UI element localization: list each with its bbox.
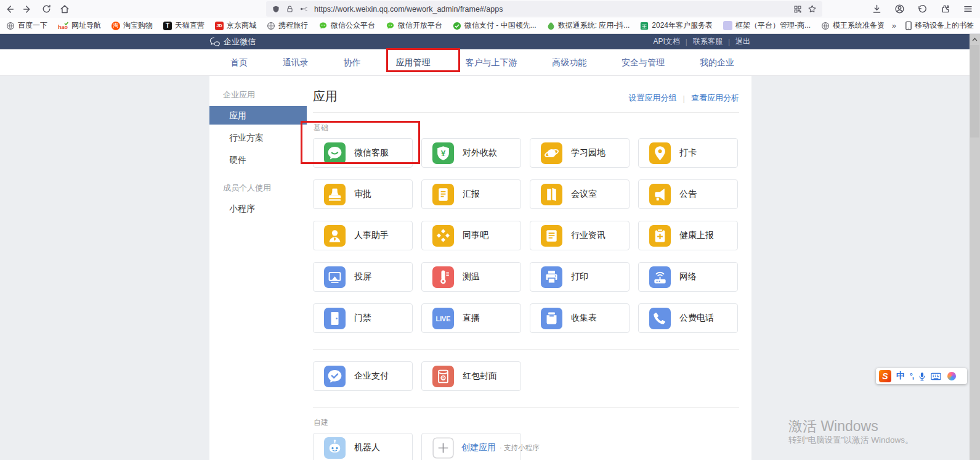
app-tile-健康上报[interactable]: 健康上报	[638, 221, 738, 250]
navbar-links: API文档 | 联系客服 | 退出	[653, 34, 750, 49]
qr-code-icon[interactable]	[793, 5, 802, 14]
bookmark-item[interactable]: JD京东商城	[215, 20, 256, 31]
sogou-logo-icon[interactable]: S	[879, 370, 891, 382]
app-tile-label: 微信客服	[354, 147, 389, 158]
scrollbar-thumb[interactable]	[970, 45, 979, 138]
section-divider	[313, 349, 739, 350]
back-icon[interactable]	[0, 1, 18, 17]
sidebar: 企业应用应用行业方案硬件成员个人使用小程序	[209, 76, 307, 460]
history-undo-icon[interactable]	[915, 1, 929, 17]
menu-hamburger-icon[interactable]	[960, 1, 975, 17]
sidebar-item-行业方案[interactable]: 行业方案	[209, 128, 307, 147]
tab-客户与上下游[interactable]: 客户与上下游	[465, 49, 517, 76]
leaf-favicon-icon	[547, 22, 555, 30]
bookmark-item[interactable]: 淘淘宝购物	[111, 20, 153, 31]
app-tile-打卡[interactable]: 打卡	[638, 138, 738, 168]
tab-应用管理[interactable]: 应用管理	[396, 49, 431, 76]
app-tile-学习园地[interactable]: 学习园地	[530, 138, 630, 168]
home-icon[interactable]	[55, 1, 74, 17]
scrollbar-up-icon[interactable]	[970, 34, 980, 44]
link-api-docs[interactable]: API文档	[653, 36, 679, 47]
ime-bar[interactable]: S 中 °,	[876, 368, 967, 384]
address-bar[interactable]: https://work.weixin.qq.com/wework_admin/…	[266, 1, 822, 17]
sidebar-item-小程序[interactable]: 小程序	[209, 199, 307, 218]
app-tile-直播[interactable]: LIVE直播	[421, 303, 521, 333]
tab-我的企业[interactable]: 我的企业	[700, 49, 734, 76]
ime-toolbox-icon[interactable]	[947, 372, 956, 380]
link-view-app-analytics[interactable]: 查看应用分析	[691, 92, 739, 104]
app-tile-红包封面[interactable]: 红包封面	[421, 361, 521, 391]
app-tile-测温[interactable]: 测温	[421, 262, 521, 292]
bookmark-item[interactable]: T天猫直营	[163, 20, 205, 31]
app-tile-公费电话[interactable]: 公费电话	[638, 303, 738, 333]
bookmark-item[interactable]: 百度一下	[6, 20, 47, 31]
bookmark-item[interactable]: 微信公众平台	[318, 20, 375, 31]
permissions-icon[interactable]	[299, 5, 309, 13]
tab-安全与管理[interactable]: 安全与管理	[622, 49, 665, 76]
bookmark-item[interactable]: 微信开放平台	[386, 20, 442, 31]
cast-icon	[324, 266, 346, 288]
bookmark-item[interactable]: 模王系统准备资料 - P...	[821, 20, 885, 31]
ime-language-toggle[interactable]: 中	[896, 371, 905, 382]
app-tile-公告[interactable]: 公告	[638, 179, 738, 209]
link-logout[interactable]: 退出	[735, 36, 750, 47]
app-tile-微信客服[interactable]: 微信客服	[313, 138, 413, 168]
app-tile-对外收款[interactable]: ¥对外收款	[421, 138, 521, 168]
reload-icon[interactable]	[37, 1, 55, 17]
app-tile-同事吧[interactable]: 同事吧	[421, 221, 521, 250]
keyboard-icon[interactable]	[931, 372, 941, 380]
app-tile-投屏[interactable]: 投屏	[313, 262, 413, 292]
app-tile-label: 直播	[463, 313, 480, 324]
bookmark-item[interactable]: 携程旅行	[267, 20, 308, 31]
lock-icon[interactable]	[286, 5, 294, 13]
forward-icon[interactable]	[18, 1, 37, 17]
tab-协作[interactable]: 协作	[344, 49, 361, 76]
app-tile-网络[interactable]: 网络	[638, 262, 738, 292]
app-tile-机器人[interactable]: 机器人	[313, 433, 413, 460]
microphone-icon[interactable]	[918, 372, 926, 381]
bookmark-label: 模王系统准备资料 - P...	[833, 20, 885, 31]
page-scrollbar[interactable]	[970, 34, 980, 460]
app-tile-打印[interactable]: 打印	[530, 262, 630, 292]
brand[interactable]: 企业微信	[209, 34, 256, 49]
app-grid: 机器人创建应用· 支持小程序	[313, 433, 739, 460]
separator: |	[686, 38, 687, 46]
stamp-icon	[324, 184, 346, 205]
ime-punctuation-toggle[interactable]: °,	[910, 372, 913, 380]
bookmarks-overflow-icon[interactable]: »	[892, 21, 896, 30]
wework-logo-icon	[209, 37, 220, 46]
app-tile-汇报[interactable]: 汇报	[421, 179, 521, 209]
app-tile-门禁[interactable]: 门禁	[313, 303, 413, 333]
bookmark-star-icon[interactable]	[808, 4, 817, 14]
app-tile-行业资讯[interactable]: 行业资讯	[530, 221, 630, 250]
app-tile-收集表[interactable]: 收集表	[530, 303, 630, 333]
shield-icon[interactable]	[272, 5, 280, 14]
link-set-app-groups[interactable]: 设置应用分组	[629, 92, 677, 104]
header-divider	[313, 112, 739, 113]
account-icon[interactable]	[892, 1, 907, 17]
tab-通讯录[interactable]: 通讯录	[283, 49, 309, 76]
link-contact-support[interactable]: 联系客服	[693, 36, 723, 47]
app-tile-企业支付[interactable]: 企业支付	[313, 361, 413, 391]
downloads-icon[interactable]	[869, 1, 884, 17]
sidebar-item-应用[interactable]: 应用	[209, 106, 307, 125]
bookmark-item[interactable]: hao网址导航	[58, 20, 101, 31]
bookmark-label: 微信支付 - 中国领先...	[464, 20, 537, 31]
extension-icon[interactable]	[937, 1, 952, 17]
bookmark-item[interactable]: 数据通系统: 应用-抖...	[547, 20, 630, 31]
app-tile-label: 红包封面	[463, 371, 497, 382]
bookmark-item[interactable]: 2024年客户服务表	[640, 20, 713, 31]
app-tile-审批[interactable]: 审批	[313, 179, 413, 209]
bookmark-item[interactable]: 微信支付 - 中国领先...	[453, 20, 537, 31]
tab-首页[interactable]: 首页	[230, 49, 248, 76]
app-tile-会议室[interactable]: 会议室	[530, 179, 630, 209]
url-text[interactable]: https://work.weixin.qq.com/wework_admin/…	[314, 5, 788, 14]
app-tile-label: 企业支付	[354, 371, 389, 382]
bookmark-item[interactable]: 框架（平台）管理-商...	[723, 20, 811, 31]
app-tile-label: 行业资讯	[571, 230, 605, 241]
mobile-bookmarks[interactable]: 移动设备上的书签	[905, 20, 974, 31]
tab-高级功能[interactable]: 高级功能	[552, 49, 586, 76]
app-tile-人事助手[interactable]: 人事助手	[313, 221, 413, 250]
app-tile-创建应用[interactable]: 创建应用· 支持小程序	[421, 433, 521, 460]
sidebar-item-硬件[interactable]: 硬件	[209, 150, 307, 169]
